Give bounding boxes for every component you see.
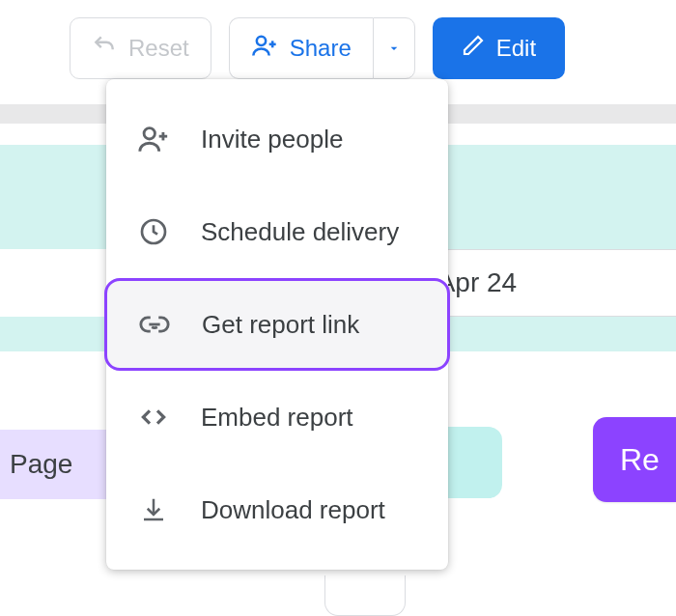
menu-item-label: Get report link	[202, 310, 359, 340]
purple-action-button[interactable]: Re	[593, 417, 676, 502]
svg-point-0	[257, 37, 266, 45]
pencil-icon	[462, 34, 485, 63]
clock-icon	[135, 216, 172, 247]
share-dropdown-menu: Invite people Schedule delivery Get repo…	[106, 79, 448, 570]
download-icon	[135, 495, 172, 524]
page-label: Page	[10, 449, 72, 480]
share-button[interactable]: Share	[229, 17, 373, 79]
toolbar: Reset Share Edit	[0, 0, 676, 87]
page-selector[interactable]: Page	[0, 430, 116, 499]
undo-icon	[92, 33, 117, 64]
purple-action-label: Re	[620, 442, 660, 478]
menu-item-label: Schedule delivery	[201, 217, 399, 247]
menu-item-schedule-delivery[interactable]: Schedule delivery	[106, 185, 448, 278]
menu-item-invite-people[interactable]: Invite people	[106, 93, 448, 185]
code-icon	[135, 402, 172, 433]
share-label: Share	[290, 35, 352, 62]
menu-item-embed-report[interactable]: Embed report	[106, 371, 448, 463]
svg-point-1	[144, 128, 155, 139]
chevron-down-icon	[386, 35, 402, 62]
edit-button[interactable]: Edit	[433, 17, 565, 79]
reset-label: Reset	[128, 35, 189, 62]
person-add-icon	[251, 32, 278, 65]
menu-item-label: Invite people	[201, 125, 343, 154]
tab-stub	[324, 575, 406, 616]
link-icon	[136, 308, 173, 341]
share-dropdown-toggle[interactable]	[373, 17, 415, 79]
menu-item-label: Download report	[201, 495, 385, 525]
share-button-group: Share	[229, 17, 415, 79]
reset-button[interactable]: Reset	[70, 17, 211, 79]
person-add-icon	[135, 123, 172, 155]
menu-item-label: Embed report	[201, 403, 353, 433]
menu-item-get-report-link[interactable]: Get report link	[104, 278, 450, 371]
edit-label: Edit	[496, 35, 536, 62]
menu-item-download-report[interactable]: Download report	[106, 463, 448, 556]
